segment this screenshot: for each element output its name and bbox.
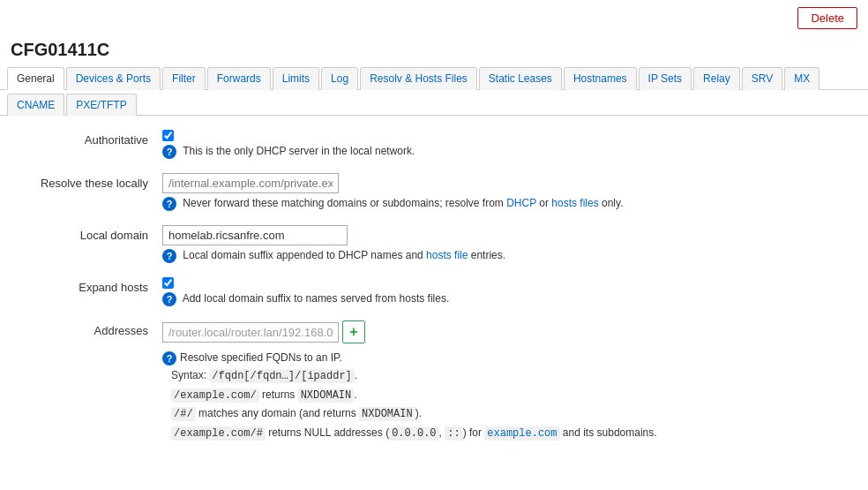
authoritative-checkbox[interactable] [162,130,174,141]
addresses-input[interactable] [162,322,339,343]
expand-hosts-control: ? Add local domain suffix to names serve… [162,277,847,306]
authoritative-label: Authoritative [21,130,162,147]
page-title: CFG01411C [0,36,868,67]
tab-pxe-tftp[interactable]: PXE/TFTP [66,94,136,116]
resolve-locally-row: Resolve these locally ? Never forward th… [21,173,847,211]
delete-button[interactable]: Delete [797,7,857,29]
local-domain-input[interactable] [162,225,348,245]
authoritative-row: Authoritative ? This is the only DHCP se… [21,130,847,159]
tab-devices-ports[interactable]: Devices & Ports [66,67,161,90]
tabs-row-1: General Devices & Ports Filter Forwards … [0,67,868,90]
tab-cname[interactable]: CNAME [7,94,64,116]
authoritative-help-icon[interactable]: ? [162,145,176,159]
tab-hostnames[interactable]: Hostnames [564,67,637,90]
addresses-control: + ?Resolve specified FQDNs to an IP. Syn… [162,320,847,442]
addresses-add-button[interactable]: + [342,320,365,343]
tab-general[interactable]: General [7,67,64,90]
tab-srv[interactable]: SRV [742,67,782,90]
expand-hosts-label: Expand hosts [21,277,162,294]
addresses-input-row: + [162,320,847,343]
addresses-label: Addresses [21,320,162,337]
local-domain-row: Local domain ? Local domain suffix appen… [21,225,847,263]
resolve-locally-control: ? Never forward these matching domains o… [162,173,847,211]
resolve-locally-help: ? Never forward these matching domains o… [162,197,847,211]
authoritative-help: ? This is the only DHCP server in the lo… [162,145,847,159]
tab-resolv-hosts[interactable]: Resolv & Hosts Files [360,67,477,90]
tab-static-leases[interactable]: Static Leases [479,67,562,90]
tab-limits[interactable]: Limits [273,67,319,90]
addresses-row: Addresses + ?Resolve specified FQDNs to … [21,320,847,442]
expand-hosts-help: ? Add local domain suffix to names serve… [162,292,847,306]
local-domain-help: ? Local domain suffix appended to DHCP n… [162,249,847,263]
local-domain-label: Local domain [21,225,162,242]
tab-ip-sets[interactable]: IP Sets [639,67,692,90]
tabs-row-2: CNAME PXE/TFTP [0,90,868,116]
tab-filter[interactable]: Filter [162,67,206,90]
form-content: Authoritative ? This is the only DHCP se… [0,116,868,471]
tab-log[interactable]: Log [321,67,358,90]
authoritative-control: ? This is the only DHCP server in the lo… [162,130,847,159]
local-domain-help-icon[interactable]: ? [162,249,176,263]
resolve-locally-input[interactable] [162,173,339,193]
resolve-locally-label: Resolve these locally [21,173,162,190]
expand-hosts-help-icon[interactable]: ? [162,292,176,306]
addresses-help-icon[interactable]: ? [162,351,176,366]
tab-relay[interactable]: Relay [693,67,740,90]
resolve-locally-help-icon[interactable]: ? [162,197,176,211]
expand-hosts-row: Expand hosts ? Add local domain suffix t… [21,277,847,306]
addresses-help: ?Resolve specified FQDNs to an IP. Synta… [162,349,847,442]
local-domain-control: ? Local domain suffix appended to DHCP n… [162,225,847,263]
tab-mx[interactable]: MX [784,67,819,90]
expand-hosts-checkbox[interactable] [162,277,174,289]
tab-forwards[interactable]: Forwards [207,67,271,90]
